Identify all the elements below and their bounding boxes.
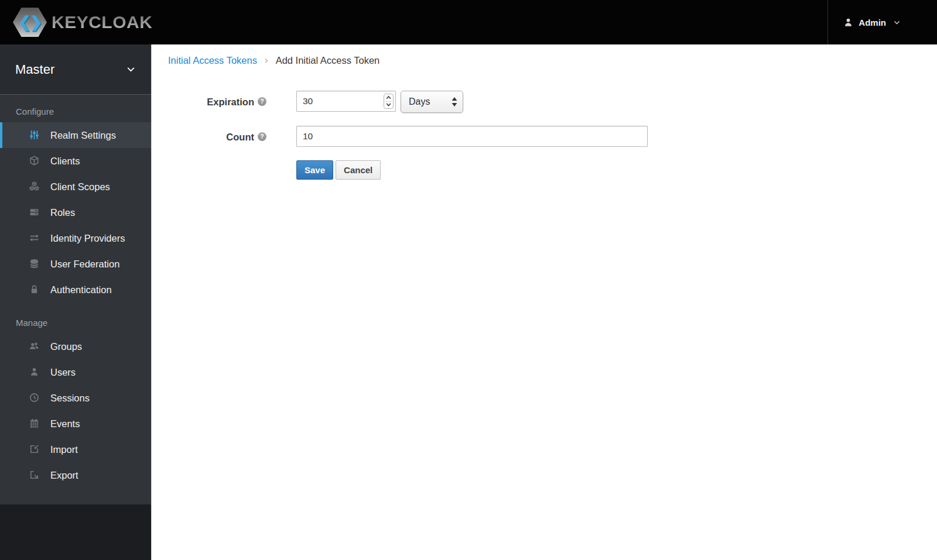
cubes-icon bbox=[29, 181, 39, 191]
sidebar-item-groups[interactable]: Groups bbox=[0, 334, 151, 359]
sidebar-item-identity-providers[interactable]: Identity Providers bbox=[0, 225, 151, 251]
count-input[interactable] bbox=[296, 126, 648, 147]
server-icon bbox=[29, 207, 39, 217]
sidebar-item-label: Import bbox=[50, 444, 78, 455]
expiration-input[interactable] bbox=[296, 91, 396, 112]
add-token-form: Expiration ? bbox=[152, 91, 937, 180]
user-name-label: Admin bbox=[859, 18, 886, 28]
user-menu-dropdown[interactable]: Admin bbox=[828, 0, 937, 44]
export-icon bbox=[29, 470, 39, 480]
exchange-arrows-icon bbox=[29, 233, 39, 243]
sidebar-item-clients[interactable]: Clients bbox=[0, 148, 151, 174]
buttons-field: Save Cancel bbox=[296, 160, 381, 180]
select-arrows-icon bbox=[452, 97, 457, 107]
help-question-icon[interactable]: ? bbox=[258, 132, 266, 141]
cancel-button[interactable]: Cancel bbox=[336, 160, 381, 180]
sidebar-item-authentication[interactable]: Authentication bbox=[0, 277, 151, 303]
sidebar-item-label: Roles bbox=[50, 207, 75, 218]
chevron-down-icon bbox=[893, 19, 901, 26]
realm-selector[interactable]: Master bbox=[0, 44, 151, 95]
user-icon bbox=[29, 367, 39, 377]
lock-icon bbox=[29, 284, 39, 294]
breadcrumb-initial-access-tokens[interactable]: Initial Access Tokens bbox=[168, 55, 257, 66]
sidebar-item-events[interactable]: Events bbox=[0, 411, 151, 437]
sidebar-item-label: Authentication bbox=[50, 284, 112, 295]
brand-title: KEYCLOAK bbox=[52, 12, 152, 32]
sidebar-item-label: Client Scopes bbox=[50, 181, 110, 192]
sidebar-item-realm-settings[interactable]: Realm Settings bbox=[0, 122, 151, 148]
keycloak-hexagon-icon: ❮❯ bbox=[13, 8, 47, 37]
sidebar-item-label: Clients bbox=[50, 156, 80, 166]
group-icon bbox=[29, 341, 39, 351]
expiration-number-wrap bbox=[296, 91, 396, 112]
calendar-icon bbox=[29, 418, 39, 428]
sidebar-item-users[interactable]: Users bbox=[0, 359, 151, 385]
sidebar-item-sessions[interactable]: Sessions bbox=[0, 385, 151, 411]
sidebar-item-label: User Federation bbox=[50, 259, 119, 269]
keycloak-logo[interactable]: ❮❯ KEYCLOAK bbox=[13, 6, 152, 39]
sliders-icon bbox=[29, 130, 39, 140]
nav-section-manage: Manage bbox=[0, 303, 151, 334]
sidebar-item-label: Groups bbox=[50, 341, 82, 352]
clock-icon bbox=[29, 393, 39, 403]
help-question-icon[interactable]: ? bbox=[258, 97, 266, 106]
form-buttons-row: Save Cancel bbox=[152, 160, 937, 180]
save-button[interactable]: Save bbox=[296, 160, 333, 180]
count-field bbox=[296, 126, 648, 147]
buttons-spacer bbox=[152, 160, 266, 180]
stepper-down-icon[interactable] bbox=[384, 101, 393, 108]
number-stepper[interactable] bbox=[384, 94, 394, 109]
main-content: Initial Access Tokens › Add Initial Acce… bbox=[151, 44, 937, 560]
expiration-row: Expiration ? bbox=[152, 91, 937, 113]
sidebar: Master Configure Realm Settings Clients bbox=[0, 44, 151, 560]
sidebar-item-import[interactable]: Import bbox=[0, 437, 151, 462]
chevron-down-icon bbox=[126, 64, 136, 74]
sidebar-item-export[interactable]: Export bbox=[0, 462, 151, 488]
keycloak-brackets-icon: ❮❯ bbox=[18, 15, 42, 30]
sidebar-item-label: Sessions bbox=[50, 393, 90, 403]
expiration-field: Days bbox=[296, 91, 463, 113]
database-icon bbox=[29, 259, 39, 269]
sidebar-item-label: Identity Providers bbox=[50, 233, 125, 243]
sidebar-item-label: Users bbox=[50, 367, 76, 377]
expiration-label: Expiration ? bbox=[152, 91, 266, 113]
sidebar-item-client-scopes[interactable]: Client Scopes bbox=[0, 174, 151, 200]
selected-unit-label: Days bbox=[409, 97, 452, 107]
user-icon bbox=[843, 18, 853, 28]
sidebar-footer-strip bbox=[0, 504, 151, 511]
nav-section-configure: Configure bbox=[0, 102, 151, 122]
sidebar-nav: Configure Realm Settings Clients bbox=[0, 95, 151, 504]
breadcrumb-separator-icon: › bbox=[265, 54, 268, 66]
expiration-unit-select[interactable]: Days bbox=[401, 91, 463, 113]
sidebar-item-label: Realm Settings bbox=[50, 130, 116, 140]
count-label: Count ? bbox=[152, 126, 266, 147]
sidebar-item-user-federation[interactable]: User Federation bbox=[0, 251, 151, 277]
sidebar-item-label: Export bbox=[50, 470, 78, 480]
breadcrumb: Initial Access Tokens › Add Initial Acce… bbox=[152, 44, 937, 66]
stepper-up-icon[interactable] bbox=[384, 94, 393, 101]
breadcrumb-current: Add Initial Access Token bbox=[276, 55, 380, 66]
sidebar-item-roles[interactable]: Roles bbox=[0, 200, 151, 225]
import-icon bbox=[29, 444, 39, 454]
cube-icon bbox=[29, 156, 39, 166]
realm-name-label: Master bbox=[15, 62, 54, 77]
sidebar-item-label: Events bbox=[50, 418, 80, 429]
count-row: Count ? bbox=[152, 126, 937, 147]
top-navbar: ❮❯ KEYCLOAK Admin bbox=[0, 0, 937, 44]
